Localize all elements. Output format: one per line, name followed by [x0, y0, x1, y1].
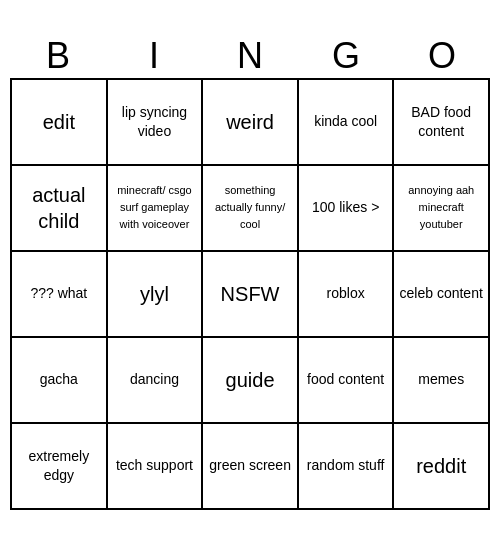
bingo-cell: roblox: [298, 251, 394, 337]
cell-text: random stuff: [307, 457, 385, 473]
bingo-cell: guide: [202, 337, 298, 423]
bingo-cell: memes: [393, 337, 489, 423]
bingo-cell: kinda cool: [298, 79, 394, 165]
table-row: gachadancingguidefood contentmemes: [11, 337, 489, 423]
cell-text: something actually funny/ cool: [215, 184, 285, 230]
cell-text: NSFW: [221, 283, 280, 305]
bingo-cell: edit: [11, 79, 107, 165]
header-letter: O: [394, 35, 490, 77]
cell-text: lip syncing video: [122, 104, 187, 139]
bingo-cell: reddit: [393, 423, 489, 509]
header-letter: G: [298, 35, 394, 77]
cell-text: ??? what: [30, 285, 87, 301]
cell-text: memes: [418, 371, 464, 387]
bingo-cell: 100 likes >: [298, 165, 394, 251]
cell-text: celeb content: [400, 285, 483, 301]
bingo-cell: annoying aah minecraft youtuber: [393, 165, 489, 251]
bingo-cell: ??? what: [11, 251, 107, 337]
table-row: actual childminecraft/ csgo surf gamepla…: [11, 165, 489, 251]
cell-text: annoying aah minecraft youtuber: [408, 184, 474, 230]
bingo-cell: green screen: [202, 423, 298, 509]
header-letter: I: [106, 35, 202, 77]
bingo-cell: food content: [298, 337, 394, 423]
cell-text: kinda cool: [314, 113, 377, 129]
bingo-cell: extremely edgy: [11, 423, 107, 509]
bingo-cell: actual child: [11, 165, 107, 251]
cell-text: BAD food content: [411, 104, 471, 139]
bingo-cell: random stuff: [298, 423, 394, 509]
cell-text: weird: [226, 111, 274, 133]
cell-text: gacha: [40, 371, 78, 387]
cell-text: dancing: [130, 371, 179, 387]
bingo-cell: tech support: [107, 423, 203, 509]
cell-text: food content: [307, 371, 384, 387]
bingo-cell: celeb content: [393, 251, 489, 337]
cell-text: minecraft/ csgo surf gameplay with voice…: [117, 184, 192, 230]
bingo-cell: ylyl: [107, 251, 203, 337]
cell-text: reddit: [416, 455, 466, 477]
cell-text: edit: [43, 111, 75, 133]
cell-text: ylyl: [140, 283, 169, 305]
bingo-cell: dancing: [107, 337, 203, 423]
bingo-table: editlip syncing videoweirdkinda coolBAD …: [10, 79, 490, 510]
table-row: editlip syncing videoweirdkinda coolBAD …: [11, 79, 489, 165]
bingo-header: BINGO: [10, 35, 490, 77]
cell-text: tech support: [116, 457, 193, 473]
header-letter: N: [202, 35, 298, 77]
cell-text: roblox: [327, 285, 365, 301]
table-row: ??? whatylylNSFWrobloxceleb content: [11, 251, 489, 337]
cell-text: actual child: [32, 184, 85, 232]
cell-text: guide: [226, 369, 275, 391]
bingo-cell: gacha: [11, 337, 107, 423]
bingo-cell: NSFW: [202, 251, 298, 337]
table-row: extremely edgytech supportgreen screenra…: [11, 423, 489, 509]
cell-text: extremely edgy: [29, 448, 90, 483]
bingo-cell: minecraft/ csgo surf gameplay with voice…: [107, 165, 203, 251]
cell-text: green screen: [209, 457, 291, 473]
bingo-cell: something actually funny/ cool: [202, 165, 298, 251]
bingo-cell: weird: [202, 79, 298, 165]
cell-text: 100 likes >: [312, 199, 379, 215]
bingo-cell: BAD food content: [393, 79, 489, 165]
header-letter: B: [10, 35, 106, 77]
bingo-cell: lip syncing video: [107, 79, 203, 165]
